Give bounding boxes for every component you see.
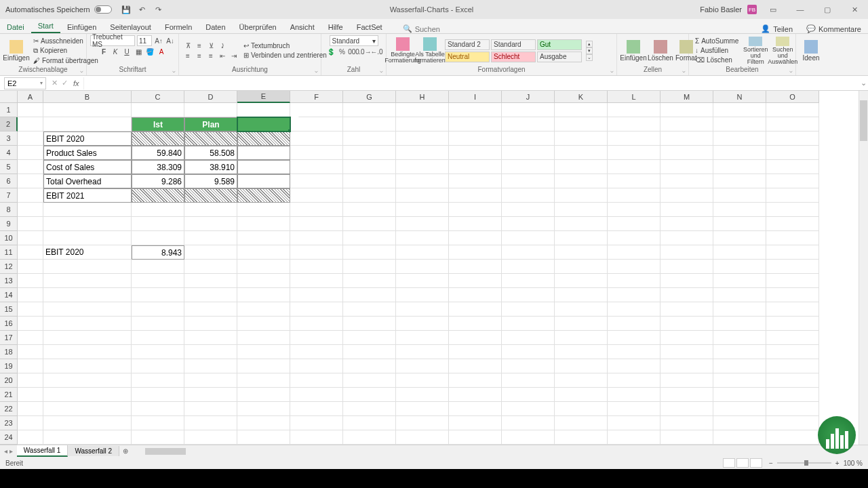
cell-J14[interactable] xyxy=(502,288,555,302)
cell-K9[interactable] xyxy=(555,217,608,231)
cell-A17[interactable] xyxy=(18,331,43,345)
underline-button[interactable]: U xyxy=(122,47,132,56)
cell-F23[interactable] xyxy=(290,416,343,430)
cell-A16[interactable] xyxy=(18,317,43,331)
tab-home[interactable]: Start xyxy=(31,20,60,33)
cell-A10[interactable] xyxy=(18,231,43,245)
cell-O22[interactable] xyxy=(766,402,819,416)
cell-M20[interactable] xyxy=(660,373,713,388)
cell-H19[interactable] xyxy=(396,359,449,373)
cell-B12[interactable] xyxy=(43,260,132,274)
cell-G7[interactable] xyxy=(343,188,396,203)
cell-O1[interactable] xyxy=(766,103,819,117)
cell-J17[interactable] xyxy=(502,331,555,345)
cell-N11[interactable] xyxy=(713,245,766,260)
cell-N8[interactable] xyxy=(713,203,766,217)
view-layout-icon[interactable] xyxy=(736,458,749,468)
cell-D7[interactable] xyxy=(184,188,237,203)
row-header-18[interactable]: 18 xyxy=(0,345,18,359)
style-schlecht[interactable]: Schlecht xyxy=(491,52,536,62)
cell-A23[interactable] xyxy=(18,416,43,430)
cell-O10[interactable] xyxy=(766,231,819,245)
cell-I19[interactable] xyxy=(449,359,502,373)
cell-K21[interactable] xyxy=(555,388,608,402)
cell-B7[interactable]: EBIT 2021 xyxy=(43,188,132,203)
cell-E13[interactable] xyxy=(237,274,290,288)
col-header-K[interactable]: K xyxy=(555,91,608,103)
cell-D17[interactable] xyxy=(184,331,237,345)
cell-C2[interactable]: Ist xyxy=(132,117,184,131)
row-header-7[interactable]: 7 xyxy=(0,188,18,203)
cell-C12[interactable] xyxy=(132,260,184,274)
name-box[interactable]: E2 xyxy=(4,77,46,89)
cell-J13[interactable] xyxy=(502,274,555,288)
cell-D18[interactable] xyxy=(184,345,237,359)
cell-K2[interactable] xyxy=(555,117,608,131)
cell-B11[interactable]: EBIT 2020 xyxy=(43,245,132,260)
cell-M4[interactable] xyxy=(660,146,713,160)
cell-B8[interactable] xyxy=(43,203,132,217)
cell-G2[interactable] xyxy=(343,117,396,131)
row-header-5[interactable]: 5 xyxy=(0,160,18,174)
cell-J8[interactable] xyxy=(502,203,555,217)
cell-I6[interactable] xyxy=(449,174,502,188)
cell-M2[interactable] xyxy=(660,117,713,131)
italic-button[interactable]: K xyxy=(111,47,120,56)
cell-L1[interactable] xyxy=(608,103,660,117)
cell-G8[interactable] xyxy=(343,203,396,217)
cell-C21[interactable] xyxy=(132,388,184,402)
cancel-formula-icon[interactable]: ✕ xyxy=(52,79,58,87)
cell-A7[interactable] xyxy=(18,188,43,203)
cell-C9[interactable] xyxy=(132,217,184,231)
cell-N20[interactable] xyxy=(713,373,766,388)
cell-M8[interactable] xyxy=(660,203,713,217)
cell-O19[interactable] xyxy=(766,359,819,373)
cell-J10[interactable] xyxy=(502,231,555,245)
cell-B20[interactable] xyxy=(43,373,132,388)
cell-F19[interactable] xyxy=(290,359,343,373)
cell-C22[interactable] xyxy=(132,402,184,416)
sheet-tab-1[interactable]: Wasserfall 1 xyxy=(17,445,68,457)
row-header-4[interactable]: 4 xyxy=(0,146,18,160)
col-header-J[interactable]: J xyxy=(502,91,555,103)
row-header-10[interactable]: 10 xyxy=(0,231,18,245)
cell-F15[interactable] xyxy=(290,302,343,317)
cell-D16[interactable] xyxy=(184,317,237,331)
formula-input[interactable] xyxy=(83,77,859,89)
cell-D22[interactable] xyxy=(184,402,237,416)
cell-B19[interactable] xyxy=(43,359,132,373)
col-header-G[interactable]: G xyxy=(343,91,396,103)
align-center-icon[interactable]: ≡ xyxy=(195,51,204,60)
col-header-F[interactable]: F xyxy=(290,91,343,103)
cell-A8[interactable] xyxy=(18,203,43,217)
cell-E6[interactable] xyxy=(237,174,290,188)
cell-O15[interactable] xyxy=(766,302,819,317)
cell-F5[interactable] xyxy=(290,160,343,174)
col-header-I[interactable]: I xyxy=(449,91,502,103)
cell-L7[interactable] xyxy=(608,188,660,203)
cell-O17[interactable] xyxy=(766,331,819,345)
cell-E8[interactable] xyxy=(237,203,290,217)
cell-I11[interactable] xyxy=(449,245,502,260)
style-up-icon[interactable]: ▴ xyxy=(586,41,593,47)
cell-O7[interactable] xyxy=(766,188,819,203)
cell-G13[interactable] xyxy=(343,274,396,288)
cell-G14[interactable] xyxy=(343,288,396,302)
delete-cells-button[interactable]: Löschen xyxy=(648,37,673,65)
dec-decimal-icon[interactable]: ←.0 xyxy=(372,47,382,56)
cell-G9[interactable] xyxy=(343,217,396,231)
cell-I14[interactable] xyxy=(449,288,502,302)
cell-I2[interactable] xyxy=(449,117,502,131)
cell-G12[interactable] xyxy=(343,260,396,274)
cell-C17[interactable] xyxy=(132,331,184,345)
cell-I15[interactable] xyxy=(449,302,502,317)
cell-B13[interactable] xyxy=(43,274,132,288)
zoom-slider[interactable] xyxy=(777,462,831,464)
cell-D5[interactable]: 38.910 xyxy=(184,160,237,174)
cell-N15[interactable] xyxy=(713,302,766,317)
cell-N13[interactable] xyxy=(713,274,766,288)
cell-C5[interactable]: 38.309 xyxy=(132,160,184,174)
cell-H14[interactable] xyxy=(396,288,449,302)
cell-N22[interactable] xyxy=(713,402,766,416)
user-badge[interactable]: FB xyxy=(747,5,757,14)
